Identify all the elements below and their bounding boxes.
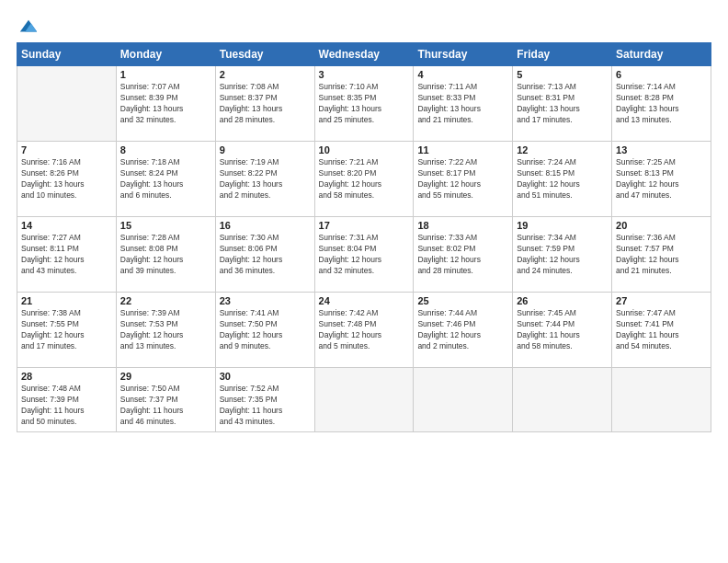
day-number: 12 bbox=[517, 144, 608, 155]
calendar-cell: 17Sunrise: 7:31 AM Sunset: 8:04 PM Dayli… bbox=[314, 217, 414, 293]
day-info: Sunrise: 7:45 AM Sunset: 7:44 PM Dayligh… bbox=[517, 308, 608, 352]
calendar-table: SundayMondayTuesdayWednesdayThursdayFrid… bbox=[17, 42, 711, 432]
calendar-cell: 18Sunrise: 7:33 AM Sunset: 8:02 PM Dayli… bbox=[414, 217, 513, 293]
day-number: 6 bbox=[616, 69, 707, 80]
calendar-cell: 14Sunrise: 7:27 AM Sunset: 8:11 PM Dayli… bbox=[17, 217, 117, 293]
day-number: 22 bbox=[120, 295, 211, 306]
day-number: 4 bbox=[417, 69, 508, 80]
calendar-cell bbox=[513, 368, 612, 432]
header-tuesday: Tuesday bbox=[215, 43, 314, 66]
day-number: 10 bbox=[319, 144, 410, 155]
day-info: Sunrise: 7:18 AM Sunset: 8:24 PM Dayligh… bbox=[120, 157, 211, 201]
day-number: 3 bbox=[319, 69, 410, 80]
header-saturday: Saturday bbox=[612, 43, 711, 66]
day-info: Sunrise: 7:25 AM Sunset: 8:13 PM Dayligh… bbox=[616, 157, 707, 201]
day-info: Sunrise: 7:28 AM Sunset: 8:08 PM Dayligh… bbox=[120, 233, 211, 277]
day-number: 30 bbox=[220, 371, 311, 382]
day-number: 19 bbox=[517, 220, 608, 231]
day-info: Sunrise: 7:19 AM Sunset: 8:22 PM Dayligh… bbox=[220, 157, 311, 201]
header-sunday: Sunday bbox=[17, 43, 117, 66]
day-number: 2 bbox=[220, 69, 311, 80]
day-info: Sunrise: 7:48 AM Sunset: 7:39 PM Dayligh… bbox=[21, 384, 112, 428]
calendar-week-1: 1Sunrise: 7:07 AM Sunset: 8:39 PM Daylig… bbox=[17, 66, 711, 142]
calendar-cell: 15Sunrise: 7:28 AM Sunset: 8:08 PM Dayli… bbox=[116, 217, 215, 293]
header-wednesday: Wednesday bbox=[314, 43, 414, 66]
calendar-cell bbox=[314, 368, 414, 432]
day-info: Sunrise: 7:30 AM Sunset: 8:06 PM Dayligh… bbox=[220, 233, 311, 277]
calendar-cell: 1Sunrise: 7:07 AM Sunset: 8:39 PM Daylig… bbox=[116, 66, 215, 142]
day-info: Sunrise: 7:31 AM Sunset: 8:04 PM Dayligh… bbox=[319, 233, 410, 277]
day-info: Sunrise: 7:50 AM Sunset: 7:37 PM Dayligh… bbox=[120, 384, 211, 428]
day-number: 7 bbox=[21, 144, 112, 155]
calendar-cell: 16Sunrise: 7:30 AM Sunset: 8:06 PM Dayli… bbox=[215, 217, 314, 293]
calendar-cell bbox=[17, 66, 117, 142]
day-number: 29 bbox=[120, 371, 211, 382]
day-number: 14 bbox=[21, 220, 112, 231]
day-info: Sunrise: 7:11 AM Sunset: 8:33 PM Dayligh… bbox=[417, 82, 508, 126]
calendar-cell: 3Sunrise: 7:10 AM Sunset: 8:35 PM Daylig… bbox=[314, 66, 414, 142]
day-number: 26 bbox=[517, 295, 608, 306]
day-info: Sunrise: 7:24 AM Sunset: 8:15 PM Dayligh… bbox=[517, 157, 608, 201]
day-info: Sunrise: 7:27 AM Sunset: 8:11 PM Dayligh… bbox=[21, 233, 112, 277]
calendar-cell: 25Sunrise: 7:44 AM Sunset: 7:46 PM Dayli… bbox=[414, 293, 513, 368]
day-info: Sunrise: 7:33 AM Sunset: 8:02 PM Dayligh… bbox=[417, 233, 508, 277]
day-number: 28 bbox=[21, 371, 112, 382]
calendar-cell: 24Sunrise: 7:42 AM Sunset: 7:48 PM Dayli… bbox=[314, 293, 414, 368]
calendar-cell: 11Sunrise: 7:22 AM Sunset: 8:17 PM Dayli… bbox=[414, 142, 513, 217]
day-number: 5 bbox=[517, 69, 608, 80]
day-number: 8 bbox=[120, 144, 211, 155]
calendar-cell: 21Sunrise: 7:38 AM Sunset: 7:55 PM Dayli… bbox=[17, 293, 117, 368]
day-info: Sunrise: 7:14 AM Sunset: 8:28 PM Dayligh… bbox=[616, 82, 707, 126]
calendar-cell: 6Sunrise: 7:14 AM Sunset: 8:28 PM Daylig… bbox=[612, 66, 711, 142]
header-thursday: Thursday bbox=[414, 43, 513, 66]
page-header bbox=[17, 17, 711, 33]
calendar-cell: 10Sunrise: 7:21 AM Sunset: 8:20 PM Dayli… bbox=[314, 142, 414, 217]
day-number: 1 bbox=[120, 69, 211, 80]
calendar-cell: 27Sunrise: 7:47 AM Sunset: 7:41 PM Dayli… bbox=[612, 293, 711, 368]
calendar-cell: 28Sunrise: 7:48 AM Sunset: 7:39 PM Dayli… bbox=[17, 368, 117, 432]
day-info: Sunrise: 7:21 AM Sunset: 8:20 PM Dayligh… bbox=[319, 157, 410, 201]
calendar-cell: 5Sunrise: 7:13 AM Sunset: 8:31 PM Daylig… bbox=[513, 66, 612, 142]
logo-icon bbox=[18, 17, 39, 37]
calendar-cell: 19Sunrise: 7:34 AM Sunset: 7:59 PM Dayli… bbox=[513, 217, 612, 293]
day-info: Sunrise: 7:44 AM Sunset: 7:46 PM Dayligh… bbox=[417, 308, 508, 352]
calendar-cell: 29Sunrise: 7:50 AM Sunset: 7:37 PM Dayli… bbox=[116, 368, 215, 432]
calendar-cell: 23Sunrise: 7:41 AM Sunset: 7:50 PM Dayli… bbox=[215, 293, 314, 368]
day-number: 27 bbox=[616, 295, 707, 306]
day-info: Sunrise: 7:38 AM Sunset: 7:55 PM Dayligh… bbox=[21, 308, 112, 352]
header-friday: Friday bbox=[513, 43, 612, 66]
day-number: 20 bbox=[616, 220, 707, 231]
calendar-cell: 26Sunrise: 7:45 AM Sunset: 7:44 PM Dayli… bbox=[513, 293, 612, 368]
day-info: Sunrise: 7:39 AM Sunset: 7:53 PM Dayligh… bbox=[120, 308, 211, 352]
calendar-week-5: 28Sunrise: 7:48 AM Sunset: 7:39 PM Dayli… bbox=[17, 368, 711, 432]
calendar-cell: 22Sunrise: 7:39 AM Sunset: 7:53 PM Dayli… bbox=[116, 293, 215, 368]
day-number: 23 bbox=[220, 295, 311, 306]
day-info: Sunrise: 7:41 AM Sunset: 7:50 PM Dayligh… bbox=[220, 308, 311, 352]
calendar-week-2: 7Sunrise: 7:16 AM Sunset: 8:26 PM Daylig… bbox=[17, 142, 711, 217]
calendar-cell: 4Sunrise: 7:11 AM Sunset: 8:33 PM Daylig… bbox=[414, 66, 513, 142]
day-info: Sunrise: 7:34 AM Sunset: 7:59 PM Dayligh… bbox=[517, 233, 608, 277]
day-number: 24 bbox=[319, 295, 410, 306]
day-number: 13 bbox=[616, 144, 707, 155]
day-info: Sunrise: 7:13 AM Sunset: 8:31 PM Dayligh… bbox=[517, 82, 608, 126]
calendar-cell: 12Sunrise: 7:24 AM Sunset: 8:15 PM Dayli… bbox=[513, 142, 612, 217]
day-info: Sunrise: 7:07 AM Sunset: 8:39 PM Dayligh… bbox=[120, 82, 211, 126]
calendar-cell: 2Sunrise: 7:08 AM Sunset: 8:37 PM Daylig… bbox=[215, 66, 314, 142]
day-number: 18 bbox=[417, 220, 508, 231]
day-info: Sunrise: 7:22 AM Sunset: 8:17 PM Dayligh… bbox=[417, 157, 508, 201]
day-info: Sunrise: 7:16 AM Sunset: 8:26 PM Dayligh… bbox=[21, 157, 112, 201]
day-info: Sunrise: 7:36 AM Sunset: 7:57 PM Dayligh… bbox=[616, 233, 707, 277]
logo bbox=[17, 17, 39, 33]
calendar-cell: 20Sunrise: 7:36 AM Sunset: 7:57 PM Dayli… bbox=[612, 217, 711, 293]
calendar-week-4: 21Sunrise: 7:38 AM Sunset: 7:55 PM Dayli… bbox=[17, 293, 711, 368]
calendar-cell: 30Sunrise: 7:52 AM Sunset: 7:35 PM Dayli… bbox=[215, 368, 314, 432]
calendar-cell: 7Sunrise: 7:16 AM Sunset: 8:26 PM Daylig… bbox=[17, 142, 117, 217]
day-info: Sunrise: 7:47 AM Sunset: 7:41 PM Dayligh… bbox=[616, 308, 707, 352]
header-monday: Monday bbox=[116, 43, 215, 66]
day-info: Sunrise: 7:08 AM Sunset: 8:37 PM Dayligh… bbox=[220, 82, 311, 126]
day-number: 9 bbox=[220, 144, 311, 155]
day-info: Sunrise: 7:10 AM Sunset: 8:35 PM Dayligh… bbox=[319, 82, 410, 126]
day-number: 16 bbox=[220, 220, 311, 231]
calendar-cell bbox=[612, 368, 711, 432]
calendar-cell bbox=[414, 368, 513, 432]
